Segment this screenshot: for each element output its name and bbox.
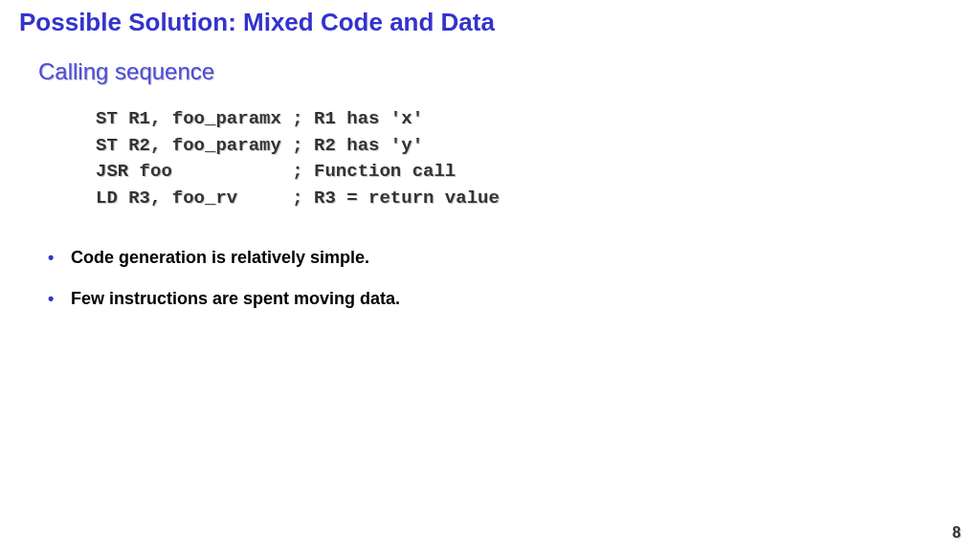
code-line-4: LD R3, foo_rv ; R3 = return value — [96, 187, 500, 209]
page-number: 8 — [952, 524, 961, 541]
code-line-3: JSR foo ; Function call — [96, 161, 456, 182]
code-line-1: ST R1, foo_paramx ; R1 has 'x' — [96, 108, 423, 129]
bullet-item: Few instructions are spent moving data. — [48, 289, 961, 309]
slide-title: Possible Solution: Mixed Code and Data — [19, 8, 961, 37]
slide: Possible Solution: Mixed Code and Data C… — [0, 0, 980, 551]
bullet-item: Code generation is relatively simple. — [48, 248, 961, 268]
code-line-2: ST R2, foo_paramy ; R2 has 'y' — [96, 135, 423, 156]
bullet-list: Code generation is relatively simple. Fe… — [48, 248, 961, 309]
code-block: ST R1, foo_paramx ; R1 has 'x' ST R2, fo… — [96, 106, 961, 211]
slide-subtitle: Calling sequence — [38, 58, 961, 85]
